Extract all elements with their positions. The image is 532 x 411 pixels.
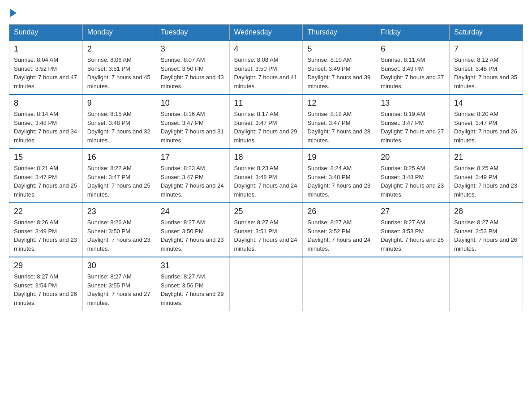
day-number: 30 [87, 261, 151, 270]
day-number: 28 [454, 207, 518, 216]
day-of-week-header: Thursday [303, 25, 376, 41]
day-of-week-header: Wednesday [229, 25, 303, 41]
day-info: Sunrise: 8:26 AMSunset: 3:49 PMDaylight:… [14, 218, 78, 253]
day-number: 17 [161, 153, 225, 162]
day-info: Sunrise: 8:23 AMSunset: 3:47 PMDaylight:… [161, 164, 225, 199]
day-number: 6 [381, 44, 445, 54]
day-info: Sunrise: 8:07 AMSunset: 3:50 PMDaylight:… [161, 56, 225, 90]
day-info: Sunrise: 8:23 AMSunset: 3:48 PMDaylight:… [234, 164, 298, 199]
calendar-day-cell: 5Sunrise: 8:10 AMSunset: 3:49 PMDaylight… [303, 40, 376, 94]
day-info: Sunrise: 8:27 AMSunset: 3:50 PMDaylight:… [161, 218, 225, 253]
calendar-day-cell: 20Sunrise: 8:25 AMSunset: 3:48 PMDayligh… [376, 149, 450, 203]
day-number: 8 [14, 98, 78, 108]
day-info: Sunrise: 8:25 AMSunset: 3:49 PMDaylight:… [454, 164, 518, 199]
calendar-day-cell [376, 257, 450, 311]
day-number: 24 [161, 207, 225, 216]
calendar-day-cell: 27Sunrise: 8:27 AMSunset: 3:53 PMDayligh… [376, 203, 450, 257]
day-number: 11 [234, 98, 298, 108]
day-info: Sunrise: 8:27 AMSunset: 3:52 PMDaylight:… [307, 218, 371, 253]
day-number: 7 [454, 44, 518, 54]
day-info: Sunrise: 8:25 AMSunset: 3:48 PMDaylight:… [381, 164, 445, 199]
calendar-day-cell: 13Sunrise: 8:19 AMSunset: 3:47 PMDayligh… [376, 94, 450, 149]
day-number: 2 [87, 44, 151, 54]
day-number: 16 [87, 153, 151, 162]
day-info: Sunrise: 8:27 AMSunset: 3:53 PMDaylight:… [381, 218, 445, 253]
day-number: 21 [454, 153, 518, 162]
calendar-day-cell: 6Sunrise: 8:11 AMSunset: 3:49 PMDaylight… [376, 40, 450, 94]
calendar-day-cell: 16Sunrise: 8:22 AMSunset: 3:47 PMDayligh… [82, 149, 156, 203]
day-of-week-header: Saturday [450, 25, 523, 41]
calendar-day-cell: 11Sunrise: 8:17 AMSunset: 3:47 PMDayligh… [229, 94, 303, 149]
day-info: Sunrise: 8:27 AMSunset: 3:54 PMDaylight:… [14, 272, 78, 307]
day-info: Sunrise: 8:27 AMSunset: 3:53 PMDaylight:… [454, 218, 518, 253]
day-info: Sunrise: 8:26 AMSunset: 3:50 PMDaylight:… [87, 218, 151, 253]
calendar-day-cell: 1Sunrise: 8:04 AMSunset: 3:52 PMDaylight… [9, 40, 83, 94]
day-info: Sunrise: 8:24 AMSunset: 3:48 PMDaylight:… [307, 164, 371, 199]
day-number: 20 [381, 153, 445, 162]
calendar-day-cell: 30Sunrise: 8:27 AMSunset: 3:55 PMDayligh… [82, 257, 156, 311]
calendar-day-cell: 2Sunrise: 8:06 AMSunset: 3:51 PMDaylight… [82, 40, 156, 94]
day-info: Sunrise: 8:17 AMSunset: 3:47 PMDaylight:… [234, 110, 298, 145]
calendar-day-cell: 29Sunrise: 8:27 AMSunset: 3:54 PMDayligh… [9, 257, 83, 311]
day-info: Sunrise: 8:19 AMSunset: 3:47 PMDaylight:… [381, 110, 445, 145]
day-info: Sunrise: 8:06 AMSunset: 3:51 PMDaylight:… [87, 56, 151, 90]
day-number: 23 [87, 207, 151, 216]
day-info: Sunrise: 8:18 AMSunset: 3:47 PMDaylight:… [307, 110, 371, 145]
calendar-day-cell: 18Sunrise: 8:23 AMSunset: 3:48 PMDayligh… [229, 149, 303, 203]
calendar-week-row: 29Sunrise: 8:27 AMSunset: 3:54 PMDayligh… [9, 257, 523, 311]
calendar-day-cell: 24Sunrise: 8:27 AMSunset: 3:50 PMDayligh… [156, 203, 229, 257]
day-number: 10 [161, 98, 225, 108]
calendar-day-cell: 7Sunrise: 8:12 AMSunset: 3:48 PMDaylight… [450, 40, 523, 94]
day-number: 5 [307, 44, 371, 54]
calendar-table: SundayMondayTuesdayWednesdayThursdayFrid… [9, 24, 523, 311]
day-number: 13 [381, 98, 445, 108]
day-info: Sunrise: 8:04 AMSunset: 3:52 PMDaylight:… [14, 56, 78, 90]
day-info: Sunrise: 8:27 AMSunset: 3:56 PMDaylight:… [161, 272, 225, 307]
day-number: 3 [161, 44, 225, 54]
calendar-day-cell: 3Sunrise: 8:07 AMSunset: 3:50 PMDaylight… [156, 40, 229, 94]
day-info: Sunrise: 8:15 AMSunset: 3:48 PMDaylight:… [87, 110, 151, 145]
logo-general [9, 9, 17, 17]
day-info: Sunrise: 8:22 AMSunset: 3:47 PMDaylight:… [87, 164, 151, 199]
page-header [9, 9, 523, 17]
day-number: 26 [307, 207, 371, 216]
calendar-week-row: 1Sunrise: 8:04 AMSunset: 3:52 PMDaylight… [9, 40, 523, 94]
calendar-day-cell: 21Sunrise: 8:25 AMSunset: 3:49 PMDayligh… [450, 149, 523, 203]
day-of-week-header: Sunday [9, 25, 83, 41]
day-info: Sunrise: 8:21 AMSunset: 3:47 PMDaylight:… [14, 164, 78, 199]
day-info: Sunrise: 8:12 AMSunset: 3:48 PMDaylight:… [454, 56, 518, 90]
calendar-day-cell: 4Sunrise: 8:08 AMSunset: 3:50 PMDaylight… [229, 40, 303, 94]
day-of-week-header: Friday [376, 25, 450, 41]
day-of-week-header: Monday [82, 25, 156, 41]
calendar-day-cell: 28Sunrise: 8:27 AMSunset: 3:53 PMDayligh… [450, 203, 523, 257]
day-info: Sunrise: 8:11 AMSunset: 3:49 PMDaylight:… [381, 56, 445, 90]
logo-triangle-icon [10, 9, 17, 17]
calendar-day-cell: 22Sunrise: 8:26 AMSunset: 3:49 PMDayligh… [9, 203, 83, 257]
day-number: 27 [381, 207, 445, 216]
day-number: 12 [307, 98, 371, 108]
calendar-day-cell [229, 257, 303, 311]
calendar-day-cell: 14Sunrise: 8:20 AMSunset: 3:47 PMDayligh… [450, 94, 523, 149]
day-info: Sunrise: 8:27 AMSunset: 3:55 PMDaylight:… [87, 272, 151, 307]
calendar-day-cell: 26Sunrise: 8:27 AMSunset: 3:52 PMDayligh… [303, 203, 376, 257]
calendar-day-cell: 8Sunrise: 8:14 AMSunset: 3:48 PMDaylight… [9, 94, 83, 149]
calendar-day-cell [303, 257, 376, 311]
day-of-week-header: Tuesday [156, 25, 229, 41]
day-number: 9 [87, 98, 151, 108]
day-info: Sunrise: 8:27 AMSunset: 3:51 PMDaylight:… [234, 218, 298, 253]
day-number: 25 [234, 207, 298, 216]
calendar-day-cell: 9Sunrise: 8:15 AMSunset: 3:48 PMDaylight… [82, 94, 156, 149]
day-number: 15 [14, 153, 78, 162]
day-number: 19 [307, 153, 371, 162]
day-info: Sunrise: 8:08 AMSunset: 3:50 PMDaylight:… [234, 56, 298, 90]
calendar-week-row: 22Sunrise: 8:26 AMSunset: 3:49 PMDayligh… [9, 203, 523, 257]
day-number: 31 [161, 261, 225, 270]
day-info: Sunrise: 8:14 AMSunset: 3:48 PMDaylight:… [14, 110, 78, 145]
calendar-day-cell: 10Sunrise: 8:16 AMSunset: 3:47 PMDayligh… [156, 94, 229, 149]
calendar-day-cell: 31Sunrise: 8:27 AMSunset: 3:56 PMDayligh… [156, 257, 229, 311]
calendar-day-cell: 23Sunrise: 8:26 AMSunset: 3:50 PMDayligh… [82, 203, 156, 257]
day-number: 4 [234, 44, 298, 54]
day-number: 1 [14, 44, 78, 54]
day-number: 14 [454, 98, 518, 108]
calendar-day-cell [450, 257, 523, 311]
